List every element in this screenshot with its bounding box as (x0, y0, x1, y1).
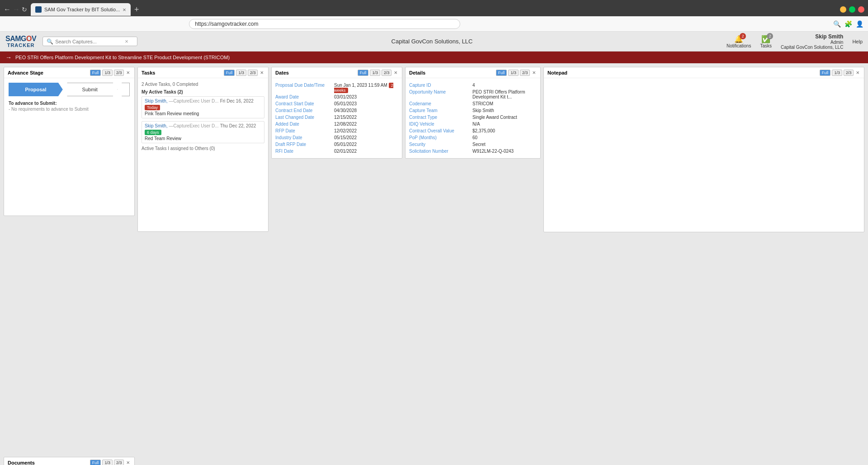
search-clear-icon[interactable]: × (125, 38, 128, 45)
details-twothirds-btn[interactable]: 2/3 (520, 70, 530, 76)
dates-label: Last Changed Date (275, 114, 334, 121)
task-badge-days: 6 days (145, 130, 161, 135)
minimize-button[interactable] (840, 6, 846, 13)
submit-stage-btn[interactable]: Submit (63, 83, 118, 96)
dates-value: 05/15/2022 (334, 134, 398, 141)
dates-value: 02/01/2022 (334, 148, 398, 155)
detail-value: 4 (472, 82, 537, 89)
help-button[interactable]: Help (852, 39, 863, 44)
dates-panel: Dates Full 1/3 2/3 × Proposal Due Date/T… (271, 67, 402, 159)
advance-sub: - No requirements to advance to Submit (9, 107, 130, 112)
dates-full-btn[interactable]: Full (358, 70, 369, 76)
advance-note: To advance to Submit: (9, 101, 130, 106)
user-role: Admin (781, 40, 843, 45)
dates-value: 12/15/2022 (334, 114, 398, 121)
task-day: Fri (220, 99, 226, 103)
details-full-btn[interactable]: Full (496, 70, 507, 76)
browser-profile-icon[interactable]: 👤 (856, 20, 863, 28)
dates-twothirds-btn[interactable]: 2/3 (382, 70, 392, 76)
task-day: Thu (220, 123, 228, 128)
notifications-button[interactable]: 🔔 2 Notifications (726, 35, 751, 48)
dates-third-btn[interactable]: 1/3 (370, 70, 380, 76)
advance-stage-twothirds-btn[interactable]: 2/3 (114, 70, 124, 76)
notepad-third-btn[interactable]: 1/3 (832, 70, 842, 76)
notifications-label: Notifications (726, 43, 751, 48)
detail-value: W912LM-22-Q-0243 (472, 148, 537, 155)
tasks-close-btn[interactable]: × (259, 69, 264, 76)
details-row: SecuritySecret (409, 141, 537, 148)
tasks-button[interactable]: ✅ 2 Tasks (760, 35, 772, 48)
details-close-btn[interactable]: × (531, 69, 537, 76)
browser-extensions-icon[interactable]: 🧩 (844, 20, 852, 28)
dates-value: 12/08/2022 (334, 121, 398, 127)
detail-value: $2,375,000 (472, 127, 537, 134)
user-name: Skip Smith (781, 33, 843, 40)
docs-twothirds-btn[interactable]: 2/3 (114, 460, 124, 465)
task-badge-today: Today (145, 105, 160, 110)
browser-search-icon[interactable]: 🔍 (833, 20, 841, 28)
dates-row: RFI Date02/01/2022 (275, 148, 398, 155)
tab-favicon (35, 6, 42, 13)
advance-stage-panel: Advance Stage Full 1/3 2/3 × Proposal Su… (4, 67, 135, 216)
detail-label: Capture ID (409, 82, 472, 89)
task-name: Red Team Review (145, 136, 261, 141)
close-button[interactable] (858, 6, 864, 13)
reload-button[interactable]: ↻ (22, 6, 27, 13)
search-bar[interactable]: 🔍 × (42, 37, 137, 46)
banner: → PEO STRI Offers Platform Development K… (0, 52, 868, 63)
detail-label: Codename (409, 100, 472, 107)
details-panel-title: Details (409, 70, 425, 75)
tasks-third-btn[interactable]: 1/3 (236, 70, 246, 76)
detail-label: Contract Type (409, 114, 472, 121)
tab-close-icon[interactable]: × (123, 6, 126, 13)
proposal-stage-btn[interactable]: Proposal (9, 83, 63, 96)
maximize-button[interactable] (849, 6, 855, 13)
task-org: —CaptureExec User D... (169, 123, 219, 128)
new-tab-button[interactable]: + (134, 5, 139, 14)
advance-stage-title: Advance Stage (8, 70, 43, 75)
notepad-full-btn[interactable]: Full (820, 70, 831, 76)
details-row: IDIQ VehicleN/A (409, 121, 537, 127)
advance-stage-full-btn[interactable]: Full (90, 70, 101, 76)
docs-full-btn[interactable]: Full (90, 460, 101, 465)
detail-value: Secret (472, 141, 537, 148)
logo-samgov: SAMGOV (5, 35, 36, 43)
docs-close-btn[interactable]: × (125, 459, 131, 465)
notepad-close-btn[interactable]: × (855, 69, 860, 76)
task-item[interactable]: Skip Smith, —CaptureExec User D... Thu D… (142, 121, 264, 143)
docs-third-btn[interactable]: 1/3 (102, 460, 113, 465)
tasks-twothirds-btn[interactable]: 2/3 (248, 70, 258, 76)
detail-label: PoP (Months) (409, 134, 472, 141)
dates-value: 03/01/2023 (334, 94, 398, 100)
address-bar[interactable]: https://samgovtracker.com (189, 19, 460, 29)
detail-value: Skip Smith (472, 107, 537, 114)
tasks-badge: 2 (767, 33, 773, 39)
dates-row: RFP Date12/02/2022 (275, 127, 398, 134)
others-tasks-label: Active Tasks I assigned to Others (0) (142, 146, 264, 151)
detail-label: Capture Team (409, 107, 472, 114)
dates-table: Proposal Due Date/TimeSun Jan 1, 2023 11… (275, 82, 398, 155)
notepad-twothirds-btn[interactable]: 2/3 (844, 70, 854, 76)
details-table: Capture ID4Opportunity NamePEO STRI Offe… (409, 82, 537, 155)
search-input[interactable] (55, 39, 123, 44)
advance-stage-third-btn[interactable]: 1/3 (102, 70, 113, 76)
task-date: Dec 22, 2022 (229, 123, 256, 128)
tasks-full-btn[interactable]: Full (224, 70, 235, 76)
documents-title: Documents (8, 460, 35, 465)
details-third-btn[interactable]: 1/3 (508, 70, 519, 76)
task-item[interactable]: Skip Smith, —CaptureExec User D... Fri D… (142, 96, 264, 118)
back-button[interactable]: ← (4, 5, 11, 14)
dates-close-btn[interactable]: × (393, 69, 398, 76)
dates-value: 05/01/2022 (334, 141, 398, 148)
forward-button[interactable]: → (13, 5, 20, 14)
browser-tab[interactable]: SAM Gov Tracker by BIT Solutio... × (31, 3, 131, 16)
details-row: Capture TeamSkip Smith (409, 107, 537, 114)
header-company: Capital GovCon Solutions, LLC (144, 38, 720, 45)
dates-label: Industry Date (275, 134, 334, 141)
dates-row: Last Changed Date12/15/2022 (275, 114, 398, 121)
detail-value: PEO STRI Offers Platform Development Kit… (472, 89, 537, 100)
detail-label: Security (409, 141, 472, 148)
dates-row: Contract End Date04/30/2028 (275, 107, 398, 114)
advance-stage-close-btn[interactable]: × (125, 69, 131, 76)
search-icon: 🔍 (47, 38, 53, 45)
